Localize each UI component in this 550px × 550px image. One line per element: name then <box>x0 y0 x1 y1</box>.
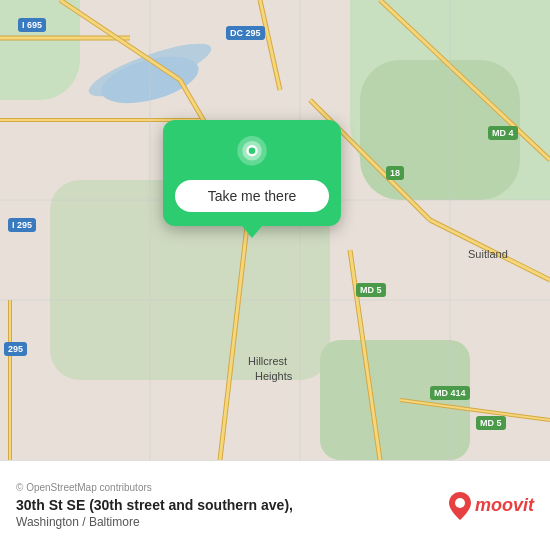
svg-point-33 <box>455 498 465 508</box>
svg-line-28 <box>400 400 550 420</box>
location-name: 30th St SE (30th street and southern ave… <box>16 497 449 513</box>
highway-shield: MD 4 <box>488 126 518 140</box>
highway-shield: MD 5 <box>356 283 386 297</box>
copyright-text: © OpenStreetMap contributors <box>16 482 449 493</box>
svg-line-17 <box>350 250 380 460</box>
svg-point-32 <box>249 147 256 154</box>
location-popup: Take me there <box>163 120 341 226</box>
highway-shield: MD 414 <box>430 386 470 400</box>
highway-shield: MD 5 <box>476 416 506 430</box>
map-background: I 695I 295295DC 295MD 418MD 5MD 5MD 414 … <box>0 0 550 460</box>
highway-shield: 295 <box>4 342 27 356</box>
map-container: I 695I 295295DC 295MD 418MD 5MD 5MD 414 … <box>0 0 550 550</box>
highway-shield: 18 <box>386 166 404 180</box>
moovit-brand-text: moovit <box>475 495 534 516</box>
svg-line-7 <box>220 200 250 460</box>
svg-line-9 <box>260 0 280 90</box>
highway-shield: I 295 <box>8 218 36 232</box>
location-pin-icon <box>234 136 270 172</box>
location-info: © OpenStreetMap contributors 30th St SE … <box>16 482 449 529</box>
location-city: Washington / Baltimore <box>16 515 449 529</box>
moovit-logo: moovit <box>449 492 534 520</box>
svg-line-11 <box>380 0 550 160</box>
highway-shield: I 695 <box>18 18 46 32</box>
highway-shield: DC 295 <box>226 26 265 40</box>
svg-line-15 <box>430 220 550 280</box>
moovit-pin-icon <box>449 492 471 520</box>
take-me-there-button[interactable]: Take me there <box>175 180 329 212</box>
bottom-bar: © OpenStreetMap contributors 30th St SE … <box>0 460 550 550</box>
